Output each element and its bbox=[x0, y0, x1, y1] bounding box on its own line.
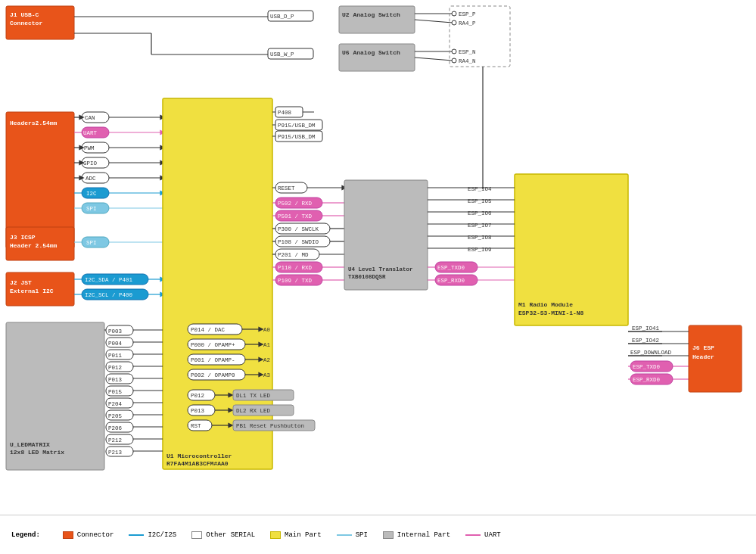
svg-text:J3 ICSP: J3 ICSP bbox=[10, 234, 36, 241]
svg-text:P108 / SWDIO: P108 / SWDIO bbox=[278, 239, 319, 245]
svg-text:ESP_IO41: ESP_IO41 bbox=[632, 325, 660, 331]
legend-uart-label: UART bbox=[484, 531, 501, 539]
svg-text:P014 / DAC: P014 / DAC bbox=[191, 327, 226, 333]
svg-rect-19 bbox=[339, 44, 415, 71]
svg-text:P213: P213 bbox=[108, 450, 123, 456]
svg-text:I2C: I2C bbox=[86, 191, 97, 197]
svg-text:RESET: RESET bbox=[278, 185, 295, 191]
legend-i2c-label: I2C/I2S bbox=[148, 531, 176, 539]
svg-text:P204: P204 bbox=[108, 401, 123, 407]
svg-text:ESP_DOWNLOAD: ESP_DOWNLOAD bbox=[630, 350, 672, 356]
svg-text:P205: P205 bbox=[108, 413, 123, 419]
svg-text:12x8 LED Matrix: 12x8 LED Matrix bbox=[10, 449, 64, 456]
svg-text:U_LEDMATRIX: U_LEDMATRIX bbox=[10, 441, 50, 448]
legend-items: Connector I2C/I2S Other SERIAL Main Part… bbox=[63, 531, 501, 539]
svg-text:ESP_IO6: ESP_IO6 bbox=[468, 210, 492, 216]
legend-spi: SPI bbox=[337, 531, 368, 539]
svg-text:GPIO: GPIO bbox=[83, 160, 98, 167]
legend-main-part-box bbox=[270, 531, 281, 539]
svg-text:P915/USB_DM: P915/USB_DM bbox=[278, 134, 316, 140]
svg-line-11 bbox=[415, 20, 453, 23]
svg-text:A2: A2 bbox=[263, 357, 270, 363]
svg-text:ESP_TXD0: ESP_TXD0 bbox=[437, 265, 465, 271]
svg-text:ESP32-S3-MINI-1-N8: ESP32-S3-MINI-1-N8 bbox=[518, 310, 584, 316]
svg-text:P201 / MD: P201 / MD bbox=[278, 252, 309, 258]
svg-text:Header: Header bbox=[692, 353, 714, 360]
svg-rect-6 bbox=[339, 6, 415, 33]
legend-i2c: I2C/I2S bbox=[129, 531, 176, 539]
svg-point-12 bbox=[452, 20, 456, 25]
svg-text:M1 Radio Module: M1 Radio Module bbox=[518, 301, 573, 308]
legend-uart-line bbox=[465, 534, 481, 536]
svg-text:ESP_IO7: ESP_IO7 bbox=[468, 223, 492, 229]
svg-text:P212: P212 bbox=[108, 437, 122, 444]
legend-area: Legend: Connector I2C/I2S Other SERIAL M… bbox=[0, 515, 756, 554]
svg-text:P109 / TXD: P109 / TXD bbox=[278, 278, 313, 284]
svg-text:J6 ESP: J6 ESP bbox=[692, 344, 714, 351]
legend-connector: Connector bbox=[63, 531, 114, 539]
svg-text:P110 / RXD: P110 / RXD bbox=[278, 265, 313, 271]
legend-internal-part: Internal Part bbox=[383, 531, 450, 539]
svg-text:P502 / RXD: P502 / RXD bbox=[278, 201, 313, 207]
svg-text:ESP_N: ESP_N bbox=[459, 49, 476, 55]
svg-text:SPI: SPI bbox=[86, 240, 97, 246]
legend-main-part: Main Part bbox=[270, 531, 322, 539]
svg-text:I2C_SDA / P401: I2C_SDA / P401 bbox=[85, 277, 133, 283]
legend-spi-label: SPI bbox=[356, 531, 368, 539]
svg-text:P000 / OPAMP+: P000 / OPAMP+ bbox=[191, 342, 235, 348]
svg-point-25 bbox=[452, 58, 456, 63]
legend-main-part-label: Main Part bbox=[285, 531, 322, 539]
svg-text:ESP_IO4: ESP_IO4 bbox=[468, 186, 492, 192]
legend-internal-part-label: Internal Part bbox=[397, 531, 450, 539]
svg-text:PWM: PWM bbox=[84, 145, 95, 151]
svg-text:DL2 RX LED: DL2 RX LED bbox=[236, 408, 271, 414]
svg-text:ESP_IO9: ESP_IO9 bbox=[468, 247, 492, 253]
svg-line-24 bbox=[415, 58, 453, 61]
svg-text:USB_D_P: USB_D_P bbox=[270, 14, 294, 20]
svg-text:A3: A3 bbox=[263, 372, 271, 378]
svg-text:RA4_N: RA4_N bbox=[459, 58, 476, 64]
svg-text:ADC: ADC bbox=[86, 176, 96, 182]
svg-text:P012: P012 bbox=[108, 365, 122, 371]
legend-i2c-line bbox=[129, 534, 144, 536]
svg-text:P501 / TXD: P501 / TXD bbox=[278, 213, 313, 219]
svg-point-9 bbox=[452, 11, 456, 16]
svg-text:P408: P408 bbox=[278, 110, 291, 116]
svg-point-22 bbox=[452, 49, 456, 54]
svg-text:P002 / OPAMP0: P002 / OPAMP0 bbox=[191, 372, 235, 378]
legend-spi-line bbox=[337, 534, 352, 536]
svg-text:U2 Analog Switch: U2 Analog Switch bbox=[342, 11, 400, 18]
svg-text:P300 / SWCLK: P300 / SWCLK bbox=[278, 226, 319, 232]
svg-text:ESP_IO8: ESP_IO8 bbox=[468, 235, 492, 241]
svg-text:Header 2.54mm: Header 2.54mm bbox=[10, 242, 58, 249]
legend-connector-label: Connector bbox=[77, 531, 114, 539]
svg-text:P011: P011 bbox=[108, 353, 123, 359]
svg-text:J1 USB-C: J1 USB-C bbox=[10, 11, 39, 18]
svg-text:A0: A0 bbox=[263, 327, 271, 333]
svg-text:RA4_P: RA4_P bbox=[459, 20, 476, 26]
svg-text:P206: P206 bbox=[108, 425, 123, 431]
svg-text:P015: P015 bbox=[108, 389, 123, 395]
svg-text:CAN: CAN bbox=[85, 115, 95, 121]
svg-text:External I2C: External I2C bbox=[10, 288, 54, 294]
legend-title: Legend: bbox=[11, 531, 40, 539]
svg-text:P012: P012 bbox=[191, 393, 204, 399]
svg-text:R7FA4M1AB3CFM#AA0: R7FA4M1AB3CFM#AA0 bbox=[166, 460, 229, 467]
svg-text:I2C_SCL / P400: I2C_SCL / P400 bbox=[85, 292, 133, 298]
svg-text:U6 Analog Switch: U6 Analog Switch bbox=[342, 49, 400, 56]
svg-text:ESP_RXD0: ESP_RXD0 bbox=[437, 278, 465, 284]
legend-internal-part-box bbox=[383, 531, 394, 539]
svg-text:PB1 Reset Pushbutton: PB1 Reset Pushbutton bbox=[236, 423, 304, 429]
svg-text:USB_W_P: USB_W_P bbox=[270, 51, 294, 58]
svg-text:P013: P013 bbox=[191, 408, 205, 414]
legend-other-serial-box bbox=[191, 531, 202, 539]
svg-text:TXB0108DQSR: TXB0108DQSR bbox=[348, 274, 386, 280]
svg-text:P004: P004 bbox=[108, 341, 123, 347]
svg-text:SPI: SPI bbox=[86, 206, 97, 212]
svg-text:Connector: Connector bbox=[10, 20, 42, 26]
svg-text:P003: P003 bbox=[108, 328, 123, 335]
legend-other-serial-label: Other SERIAL bbox=[206, 531, 255, 539]
svg-text:P915/USB_DM: P915/USB_DM bbox=[278, 123, 316, 129]
svg-text:RST: RST bbox=[191, 423, 201, 429]
svg-text:U4 Level Translator: U4 Level Translator bbox=[348, 266, 413, 272]
